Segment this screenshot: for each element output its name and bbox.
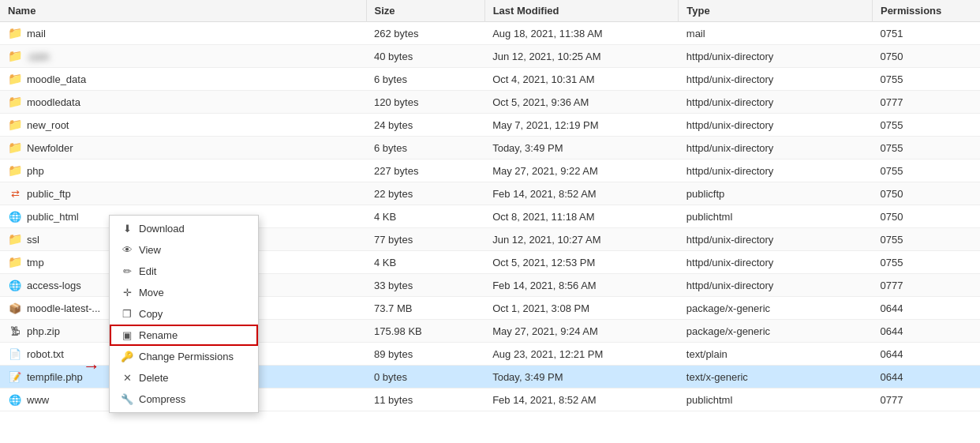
file-name: robot.txt (27, 348, 64, 360)
file-name: public_html (27, 211, 79, 223)
menu-item-label: Delete (139, 372, 169, 384)
menu-item-label: Copy (139, 308, 163, 320)
file-perms: 0755 (872, 251, 980, 274)
file-size: 11 bytes (366, 389, 484, 411)
file-type: httpd/unix-directory (679, 137, 873, 160)
col-modified[interactable]: Last Modified (484, 0, 679, 22)
file-name-cell: ⇄ public_ftp (0, 182, 366, 205)
file-name: .com (27, 51, 49, 62)
move-icon: ✛ (121, 287, 133, 298)
file-size: 24 bytes (366, 114, 484, 137)
times-icon: ✕ (121, 372, 133, 384)
context-menu-item-delete[interactable]: ✕ Delete (110, 367, 258, 389)
table-row[interactable]: 📁 .com 40 bytes Jun 12, 2021, 10:25 AM h… (0, 45, 980, 68)
pencil-icon: ✏ (121, 265, 133, 277)
file-type: httpd/unix-directory (679, 91, 873, 114)
file-name: access-logs (27, 280, 81, 291)
file-perms: 0644 (872, 320, 980, 343)
file-pkg-icon: 📦 (8, 301, 22, 315)
file-perms: 0644 (872, 366, 980, 389)
rename-icon: ▣ (121, 329, 133, 341)
file-name: www (27, 394, 49, 406)
folder-icon: 📁 (8, 255, 22, 269)
table-row[interactable]: 📁 moodledata 120 bytes Oct 5, 2021, 9:36… (0, 91, 980, 114)
key-icon: 🔑 (121, 351, 133, 362)
file-perms: 0644 (872, 343, 980, 366)
file-type: httpd/unix-directory (679, 68, 873, 91)
file-modified: Feb 14, 2021, 8:56 AM (484, 274, 679, 297)
file-type: httpd/unix-directory (679, 114, 873, 137)
table-row[interactable]: 📁 Newfolder 6 bytes Today, 3:49 PM httpd… (0, 137, 980, 160)
file-size: 227 bytes (366, 160, 484, 182)
file-perms: 0755 (872, 160, 980, 182)
file-modified: May 27, 2021, 9:24 AM (484, 320, 679, 343)
context-menu: ⬇ Download 👁 View ✏ Edit ✛ Move ❐ Copy ▣… (109, 215, 259, 413)
file-zip-icon: 🗜 (8, 324, 22, 338)
file-size: 4 KB (366, 251, 484, 274)
file-name: tmp (27, 257, 44, 268)
file-size: 33 bytes (366, 274, 484, 297)
file-name: tempfile.php (27, 371, 83, 383)
menu-item-label: View (139, 244, 161, 256)
file-modified: Feb 14, 2021, 8:52 AM (484, 389, 679, 411)
col-name[interactable]: Name (0, 0, 366, 22)
folder-icon: 📁 (8, 141, 22, 155)
file-size: 120 bytes (366, 91, 484, 114)
file-modified: May 7, 2021, 12:19 PM (484, 114, 679, 137)
file-size: 89 bytes (366, 343, 484, 366)
file-size: 262 bytes (366, 22, 484, 45)
file-type: publicftp (679, 182, 873, 205)
file-perms: 0755 (872, 68, 980, 91)
file-modified: Oct 8, 2021, 11:18 AM (484, 205, 679, 228)
table-row[interactable]: ⇄ public_ftp 22 bytes Feb 14, 2021, 8:52… (0, 182, 980, 205)
file-size: 175.98 KB (366, 320, 484, 343)
context-menu-item-copy[interactable]: ❐ Copy (110, 303, 258, 325)
context-menu-item-edit[interactable]: ✏ Edit (110, 261, 258, 282)
file-type: text/plain (679, 343, 873, 366)
file-size: 6 bytes (366, 137, 484, 160)
file-type: httpd/unix-directory (679, 251, 873, 274)
file-perms: 0755 (872, 114, 980, 137)
context-menu-item-change-permissions[interactable]: 🔑 Change Permissions (110, 346, 258, 367)
table-row[interactable]: 📁 new_root 24 bytes May 7, 2021, 12:19 P… (0, 114, 980, 137)
context-menu-item-view[interactable]: 👁 View (110, 239, 258, 261)
globe-icon: 🌐 (8, 278, 22, 292)
folder-icon: 📁 (8, 72, 22, 86)
file-perms: 0750 (872, 205, 980, 228)
eye-icon: 👁 (121, 244, 133, 256)
context-menu-item-move[interactable]: ✛ Move (110, 282, 258, 303)
table-row[interactable]: 📁 mail 262 bytes Aug 18, 2021, 11:38 AM … (0, 22, 980, 45)
folder-icon: 📁 (8, 163, 22, 178)
file-name: moodledata (27, 96, 80, 108)
file-type: package/x-generic (679, 320, 873, 343)
context-menu-item-download[interactable]: ⬇ Download (110, 218, 258, 239)
file-name-cell: 📁 new_root (0, 114, 366, 137)
folder-icon: 📁 (8, 95, 22, 109)
file-modified: Oct 5, 2021, 12:53 PM (484, 251, 679, 274)
file-size: 4 KB (366, 205, 484, 228)
file-name: php.zip (27, 325, 60, 337)
context-menu-item-compress[interactable]: 🔧 Compress (110, 389, 258, 410)
folder-icon: 📁 (8, 232, 22, 246)
globe-icon: 🌐 (8, 392, 22, 407)
col-size[interactable]: Size (366, 0, 484, 22)
file-type: publichtml (679, 205, 873, 228)
file-modified: Aug 23, 2021, 12:21 PM (484, 343, 679, 366)
file-modified: Oct 5, 2021, 9:36 AM (484, 91, 679, 114)
file-name: mail (27, 28, 46, 39)
file-size: 0 bytes (366, 366, 484, 389)
file-modified: Jun 12, 2021, 10:27 AM (484, 228, 679, 251)
table-row[interactable]: 📁 moodle_data 6 bytes Oct 4, 2021, 10:31… (0, 68, 980, 91)
file-modified: Today, 3:49 PM (484, 366, 679, 389)
folder-icon: 📁 (8, 26, 22, 40)
file-perms: 0777 (872, 91, 980, 114)
context-menu-item-rename[interactable]: ▣ Rename (110, 325, 258, 346)
file-perms: 0777 (872, 274, 980, 297)
table-row[interactable]: 📁 php 227 bytes May 27, 2021, 9:22 AM ht… (0, 160, 980, 182)
file-type: package/x-generic (679, 297, 873, 320)
file-size: 77 bytes (366, 228, 484, 251)
download-icon: ⬇ (121, 223, 133, 235)
file-size: 6 bytes (366, 68, 484, 91)
col-perms[interactable]: Permissions (872, 0, 980, 22)
col-type[interactable]: Type (679, 0, 873, 22)
